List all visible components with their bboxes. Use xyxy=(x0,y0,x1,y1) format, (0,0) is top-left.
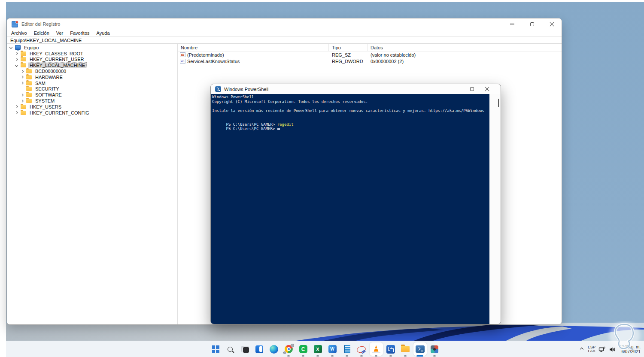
taskbar-powershell-button[interactable] xyxy=(413,341,427,357)
taskbar-registry-editor-button[interactable] xyxy=(427,341,442,357)
tree-item-system[interactable]: SYSTEM xyxy=(7,98,175,104)
menu-favoritos[interactable]: Favoritos xyxy=(67,30,93,36)
powershell-window: Windows PowerShell Windows PowerShell Co… xyxy=(210,84,501,324)
tree-item-software[interactable]: SOFTWARE xyxy=(7,92,175,98)
minimize-button[interactable] xyxy=(450,84,465,94)
chevron-right-icon[interactable] xyxy=(21,70,24,73)
tray-clock[interactable]: 12:38 p. m. 6/07/2021 xyxy=(619,345,641,354)
column-header-nombre[interactable]: Nombre xyxy=(178,44,329,51)
active-app-indicator xyxy=(416,355,423,357)
menu-ver[interactable]: Ver xyxy=(53,30,67,36)
chevron-right-icon[interactable] xyxy=(15,52,18,55)
tree-item-hardware[interactable]: HARDWARE xyxy=(7,74,175,80)
taskbar-start-button[interactable] xyxy=(208,341,223,357)
chevron-right-icon[interactable] xyxy=(21,76,24,79)
chevron-right-icon[interactable] xyxy=(21,82,24,85)
taskbar-vlc-button[interactable] xyxy=(369,341,383,357)
powershell-icon xyxy=(416,345,425,353)
maximize-button[interactable] xyxy=(522,18,542,30)
chrome-icon xyxy=(285,345,293,353)
dword-value-icon xyxy=(180,59,185,64)
minimize-button[interactable] xyxy=(502,18,522,30)
menu-archivo[interactable]: Archivo xyxy=(8,30,30,36)
text-cursor xyxy=(277,128,280,130)
chevron-down-icon[interactable] xyxy=(15,64,18,67)
language-line2: LAA xyxy=(588,349,595,353)
value-name: ServiceLastKnownStatus xyxy=(187,59,240,64)
tree-item-label: HKEY_CURRENT_CONFIG xyxy=(28,110,91,115)
running-indicator xyxy=(360,355,363,357)
tree-item-hkey-classes-root[interactable]: HKEY_CLASSES_ROOT xyxy=(7,51,175,57)
language-indicator[interactable]: ESP LAA xyxy=(588,345,595,354)
address-bar[interactable]: Equipo\HKEY_LOCAL_MACHINE xyxy=(7,36,562,44)
tree-item-security[interactable]: SECURITY xyxy=(7,86,175,92)
chevron-right-icon[interactable] xyxy=(21,94,24,97)
chevron-down-icon[interactable] xyxy=(9,46,12,49)
tree-item-label: Equipo xyxy=(23,45,40,50)
tree-item-label: HARDWARE xyxy=(34,75,64,80)
vlc-icon xyxy=(372,345,380,353)
language-line1: ESP xyxy=(588,345,595,349)
close-icon xyxy=(550,22,554,27)
chevron-right-icon[interactable] xyxy=(21,100,24,103)
taskbar-edge-button[interactable] xyxy=(267,341,281,357)
column-header-tipo[interactable]: Tipo xyxy=(329,44,368,51)
console-line xyxy=(212,104,489,109)
table-row[interactable]: ServiceLastKnownStatus REG_DWORD 0x00000… xyxy=(178,58,562,64)
folder-icon xyxy=(26,99,32,103)
tree-item-hkey-local-machine[interactable]: HKEY_LOCAL_MACHINE xyxy=(7,62,175,68)
tree-item-equipo[interactable]: Equipo xyxy=(7,45,175,51)
registry-titlebar[interactable]: Editor del Registro xyxy=(7,18,562,30)
tray-overflow-chevron-icon[interactable] xyxy=(580,348,583,351)
console-line: PS C:\Users\PC GAMER>regedit xyxy=(212,118,489,122)
running-indicator xyxy=(331,355,334,357)
maximize-button[interactable] xyxy=(465,84,480,94)
close-button[interactable] xyxy=(480,84,495,94)
tree-item-bcd00000000[interactable]: BCD00000000 xyxy=(7,68,175,74)
taskbar-task-view-button[interactable] xyxy=(237,341,252,357)
chevron-right-icon[interactable] xyxy=(15,111,18,114)
running-indicator xyxy=(287,355,290,357)
chevron-right-icon[interactable] xyxy=(15,58,18,61)
console-line: Copyright (C) Microsoft Corporation. Tod… xyxy=(212,100,489,104)
chevron-right-icon[interactable] xyxy=(15,105,18,108)
volume-icon[interactable] xyxy=(609,346,616,353)
edge-icon xyxy=(270,345,278,354)
scrollbar-track[interactable] xyxy=(489,94,501,324)
taskbar-widgets-button[interactable] xyxy=(252,341,267,357)
scrollbar-thumb[interactable] xyxy=(498,99,499,107)
taskbar-excel-button[interactable] xyxy=(310,341,325,357)
registry-app-icon xyxy=(12,21,18,27)
taskbar-search-button[interactable] xyxy=(223,341,237,357)
registry-editor-icon xyxy=(431,345,438,353)
console-output[interactable]: Windows PowerShell Copyright (C) Microso… xyxy=(211,94,489,324)
tree-item-hkey-current-config[interactable]: HKEY_CURRENT_CONFIG xyxy=(7,110,175,116)
column-header-datos[interactable]: Datos xyxy=(368,44,463,51)
running-indicator xyxy=(433,355,436,357)
table-row[interactable]: (Predeterminado) REG_SZ (valor no establ… xyxy=(178,51,562,58)
camtasia-icon xyxy=(299,345,307,353)
network-icon[interactable] xyxy=(598,346,606,353)
taskbar-camtasia-button[interactable] xyxy=(296,341,310,357)
powershell-titlebar[interactable]: Windows PowerShell xyxy=(211,84,501,94)
menu-edicion[interactable]: Edición xyxy=(30,30,53,36)
taskbar: ESP LAA 12:38 p. m. 6/07/2021 xyxy=(6,341,644,357)
taskbar-notepad-button[interactable] xyxy=(340,341,354,357)
tree-item-hkey-users[interactable]: HKEY_USERS xyxy=(7,104,175,110)
file-explorer-icon xyxy=(401,346,410,352)
computer-icon xyxy=(15,45,21,50)
menu-bar: Archivo Edición Ver Favoritos Ayuda xyxy=(7,30,562,36)
prompt-text: PS C:\Users\PC GAMER> xyxy=(226,127,275,131)
taskbar-chrome-button[interactable] xyxy=(281,341,296,357)
tree-item-hkey-current-user[interactable]: HKEY_CURRENT_USER xyxy=(7,57,175,63)
running-indicator xyxy=(302,355,304,357)
taskbar-file-explorer-button[interactable] xyxy=(398,341,413,357)
tree-item-sam[interactable]: SAM xyxy=(7,80,175,86)
taskbar-word-button[interactable] xyxy=(325,341,340,357)
taskbar-vmware-button[interactable] xyxy=(383,341,398,357)
menu-ayuda[interactable]: Ayuda xyxy=(93,30,113,36)
close-button[interactable] xyxy=(542,18,562,30)
running-indicator xyxy=(316,355,319,357)
taskbar-screen-recorder-button[interactable] xyxy=(354,341,369,357)
prompt-text: PS C:\Users\PC GAMER> xyxy=(226,122,275,127)
